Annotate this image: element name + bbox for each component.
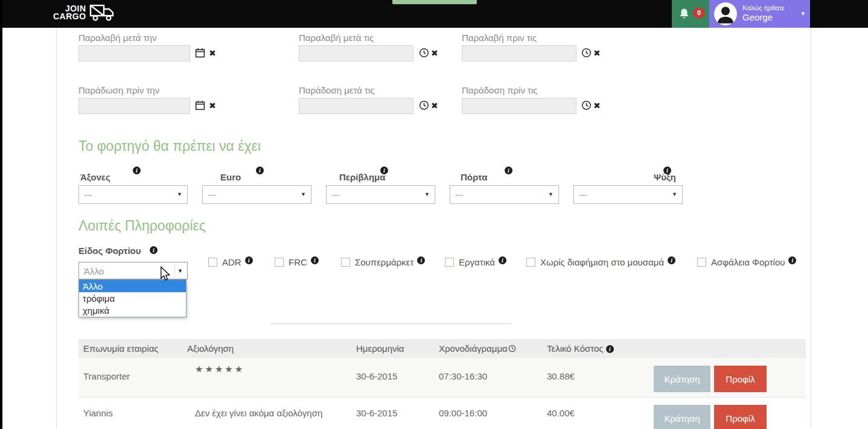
info-icon[interactable] bbox=[663, 167, 671, 174]
checkbox-labor[interactable]: Εργατικά bbox=[445, 257, 506, 267]
profile-button[interactable]: Προφίλ bbox=[714, 366, 767, 392]
table-header-row: Επωνυμία εταιρίας Αξιολόγηση Ημερομηνία … bbox=[78, 339, 806, 358]
checkbox-box[interactable] bbox=[275, 258, 284, 267]
star-rating: ★★★★★ bbox=[195, 364, 244, 375]
clear-icon[interactable]: ✖ bbox=[431, 49, 438, 57]
checkbox-box[interactable] bbox=[526, 258, 535, 267]
delivery-before-time-input[interactable] bbox=[462, 98, 576, 114]
euro-select-value: --- bbox=[208, 190, 216, 200]
checkbox-label: Χωρίς διαφήμιση στο μουσαμά bbox=[540, 257, 664, 267]
door-select-value: --- bbox=[455, 190, 464, 200]
info-icon[interactable] bbox=[499, 256, 506, 264]
info-icon[interactable] bbox=[505, 167, 512, 174]
delivery-before-date-input[interactable] bbox=[78, 98, 190, 114]
info-icon[interactable] bbox=[380, 167, 388, 174]
delivery-before-date-label: Παράδωση πρίν την bbox=[78, 85, 159, 95]
username: George bbox=[742, 12, 773, 22]
info-icon[interactable] bbox=[668, 256, 675, 264]
clear-icon[interactable]: ✖ bbox=[209, 49, 216, 57]
row-date: 30-6-2015 bbox=[356, 408, 397, 418]
info-icon[interactable] bbox=[788, 256, 796, 264]
book-button[interactable]: Κράτηση bbox=[654, 366, 710, 392]
chevron-down-icon: ▾ bbox=[801, 10, 805, 17]
checkbox-box[interactable] bbox=[341, 258, 350, 267]
row-cost: 40.00€ bbox=[547, 408, 575, 418]
pickup-before-time-input[interactable] bbox=[462, 45, 576, 62]
clock-icon[interactable] bbox=[581, 48, 592, 58]
euro-select[interactable]: --- ▼ bbox=[202, 185, 311, 204]
row-cost: 30.88€ bbox=[547, 371, 575, 381]
joincargo-logo[interactable]: JOIN CARGO bbox=[53, 4, 115, 22]
info-icon[interactable] bbox=[256, 167, 264, 174]
casing-select[interactable]: --- ▼ bbox=[326, 185, 435, 204]
info-icon[interactable] bbox=[311, 256, 319, 264]
checkbox-box[interactable] bbox=[208, 258, 217, 267]
cargo-type-select-value: Άλλο bbox=[84, 266, 104, 276]
company-name: Transporter bbox=[83, 371, 130, 381]
select-arrow-cell: ▼ bbox=[174, 264, 185, 277]
door-select[interactable]: --- ▼ bbox=[450, 185, 559, 204]
clear-icon[interactable]: ✖ bbox=[431, 101, 438, 110]
book-button[interactable]: Κράτηση bbox=[654, 405, 710, 429]
checkbox-box[interactable] bbox=[697, 258, 706, 267]
calendar-icon[interactable] bbox=[195, 48, 205, 58]
col-cost: Τελικό Κόστος bbox=[547, 343, 614, 354]
info-icon[interactable] bbox=[245, 256, 253, 264]
user-menu[interactable]: Καλώς ήρθατε George ▾ bbox=[709, 0, 810, 28]
clock-icon[interactable] bbox=[419, 48, 429, 58]
chevron-down-icon: ▼ bbox=[177, 191, 182, 197]
casing-select-value: --- bbox=[331, 190, 340, 200]
checkbox-adr[interactable]: ADR bbox=[208, 257, 253, 267]
axles-select[interactable]: --- ▼ bbox=[78, 185, 188, 204]
clock-icon[interactable] bbox=[419, 100, 429, 110]
cargo-type-select[interactable]: Άλλο ▼ bbox=[78, 262, 188, 279]
checkbox-label: Σουπερμάρκετ bbox=[355, 257, 413, 267]
col-rating: Αξιολόγηση bbox=[187, 343, 234, 354]
company-name: Yiannis bbox=[83, 408, 113, 418]
cargo-option-ximika[interactable]: χημικά bbox=[79, 305, 186, 317]
cargo-type-label: Είδος Φορτίου bbox=[78, 246, 141, 256]
checkbox-label: Εργατικά bbox=[459, 257, 495, 267]
cooling-select[interactable]: --- ▼ bbox=[573, 185, 683, 204]
info-icon[interactable] bbox=[606, 345, 614, 353]
info-icon[interactable] bbox=[133, 167, 141, 174]
info-icon[interactable] bbox=[150, 246, 158, 254]
results-table: Επωνυμία εταιρίας Αξιολόγηση Ημερομηνία … bbox=[78, 339, 806, 429]
clear-icon[interactable]: ✖ bbox=[209, 101, 216, 110]
checkbox-frc[interactable]: FRC bbox=[275, 257, 319, 267]
notification-count-badge: 0 bbox=[693, 8, 705, 18]
checkbox-label: Ασφάλεια Φορτίου bbox=[711, 257, 785, 267]
no-rating-link[interactable]: Δεν έχει γίνει ακόμα αξιολόγηση bbox=[195, 408, 322, 418]
progress-strip bbox=[392, 0, 477, 4]
clear-icon[interactable]: ✖ bbox=[593, 101, 601, 110]
chevron-down-icon: ▼ bbox=[424, 191, 430, 197]
col-date: Ημερομηνία bbox=[356, 343, 404, 354]
cargo-option-allo[interactable]: Άλλο bbox=[79, 280, 186, 293]
truck-icon bbox=[89, 4, 115, 22]
checkbox-supermarket[interactable]: Σουπερμάρκετ bbox=[341, 257, 425, 267]
notifications-button[interactable]: 0 bbox=[672, 0, 709, 28]
euro-label: Euro bbox=[220, 172, 241, 182]
chevron-down-icon: ▼ bbox=[548, 191, 554, 197]
chevron-down-icon: ▼ bbox=[672, 191, 677, 197]
bell-icon bbox=[678, 8, 690, 20]
delivery-after-time-input[interactable] bbox=[299, 98, 413, 114]
cargo-option-trofima[interactable]: τρόφιμα bbox=[79, 293, 186, 305]
section-divider bbox=[270, 323, 512, 324]
pickup-before-time-label: Παραλαβή πριν τις bbox=[462, 33, 537, 43]
info-icon[interactable] bbox=[417, 256, 425, 264]
pickup-after-time-label: Παραλαβή μετά τις bbox=[299, 33, 374, 43]
calendar-icon[interactable] bbox=[195, 100, 205, 110]
clock-icon bbox=[508, 345, 516, 352]
checkbox-cargo-insurance[interactable]: Ασφάλεια Φορτίου bbox=[697, 257, 796, 267]
clock-icon[interactable] bbox=[581, 100, 592, 110]
other-info-title: Λοιπές Πληροφορίες bbox=[78, 218, 206, 234]
row-schedule: 09:00-16:00 bbox=[439, 408, 487, 418]
pickup-after-date-input[interactable] bbox=[78, 45, 190, 62]
clear-icon[interactable]: ✖ bbox=[593, 49, 601, 57]
profile-button[interactable]: Προφίλ bbox=[714, 405, 767, 429]
cooling-select-value: --- bbox=[579, 190, 587, 200]
pickup-after-time-input[interactable] bbox=[299, 45, 413, 62]
checkbox-box[interactable] bbox=[445, 258, 454, 267]
checkbox-no-tarp-ads[interactable]: Χωρίς διαφήμιση στο μουσαμά bbox=[526, 257, 675, 267]
